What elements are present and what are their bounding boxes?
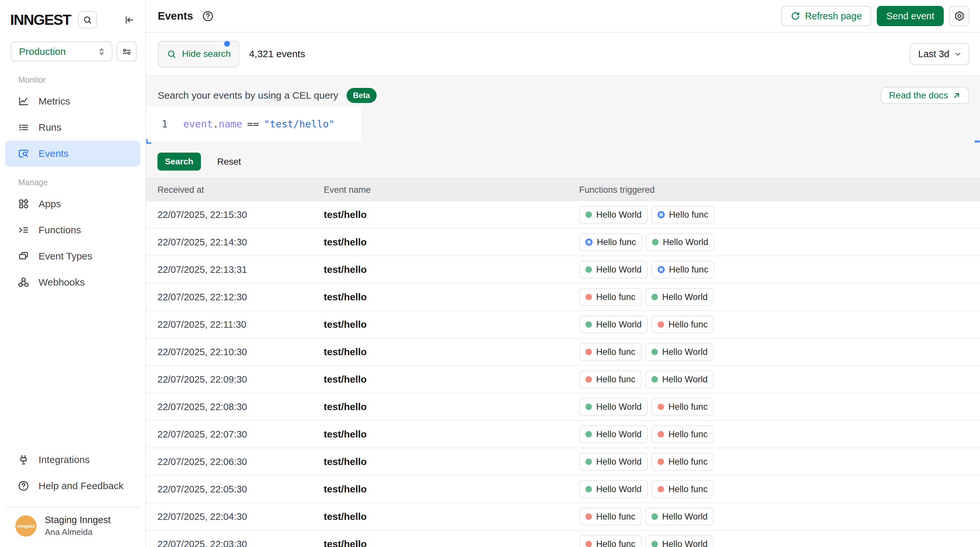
environment-filter-button[interactable]	[117, 41, 137, 61]
row-received-at: 22/07/2025, 22:09:30	[146, 374, 324, 385]
function-badge[interactable]: Hello func	[651, 480, 714, 498]
nav-section-manage: Manage	[5, 174, 140, 191]
page-help-button[interactable]	[202, 10, 214, 22]
time-range-select[interactable]: Last 3d	[910, 43, 969, 65]
sidebar-item-webhooks[interactable]: Webhooks	[5, 269, 140, 295]
sidebar-item-apps[interactable]: Apps	[5, 191, 140, 217]
editor-resize-handle-right[interactable]	[975, 140, 980, 142]
failed-status-dot-icon	[657, 486, 664, 493]
function-badge[interactable]: Hello func	[579, 535, 641, 547]
function-badge-label: Hello func	[669, 210, 708, 220]
table-row[interactable]: 22/07/2025, 22:09:30test/helloHello func…	[146, 366, 980, 394]
app-root: INNGEST Production	[0, 0, 980, 547]
reset-button[interactable]: Reset	[217, 156, 241, 167]
table-row[interactable]: 22/07/2025, 22:08:30test/helloHello Worl…	[146, 394, 980, 421]
function-badge[interactable]: Hello World	[579, 426, 648, 443]
function-badge[interactable]: Hello func	[651, 453, 714, 470]
sidebar-item-label: Event Types	[38, 250, 92, 262]
row-received-at: 22/07/2025, 22:13:31	[146, 264, 324, 275]
sidebar-item-event-types[interactable]: Event Types	[5, 243, 140, 269]
row-event-name: test/hello	[324, 401, 575, 412]
settings-button[interactable]	[949, 6, 969, 26]
function-badge[interactable]: Hello func	[651, 261, 714, 278]
function-badge[interactable]: Hello func	[579, 233, 642, 251]
function-badge[interactable]: Hello World	[645, 370, 714, 388]
topbar: Events Refresh page Send event	[146, 0, 980, 33]
table-row[interactable]: 22/07/2025, 22:13:31test/helloHello Worl…	[146, 256, 980, 284]
function-badge[interactable]: Hello World	[646, 233, 714, 251]
function-badge[interactable]: Hello World	[579, 480, 648, 498]
function-badge[interactable]: Hello World	[645, 508, 714, 525]
table-row[interactable]: 22/07/2025, 22:10:30test/helloHello func…	[146, 338, 980, 366]
function-badge-label: Hello World	[662, 375, 708, 384]
row-received-at: 22/07/2025, 22:06:30	[146, 456, 324, 467]
sidebar-item-metrics[interactable]: Metrics	[5, 88, 140, 114]
table-row[interactable]: 22/07/2025, 22:11:30test/helloHello Worl…	[146, 311, 980, 338]
function-badge[interactable]: Hello func	[651, 206, 714, 223]
completed-status-dot-icon	[585, 211, 592, 218]
sidebar-item-functions[interactable]: Functions	[5, 217, 140, 243]
toggle-search-button[interactable]: Hide search	[158, 41, 239, 67]
function-badge[interactable]: Hello World	[579, 453, 648, 470]
function-badge[interactable]: Hello World	[579, 398, 648, 416]
chevrons-up-down-icon	[97, 47, 107, 57]
refresh-page-label: Refresh page	[805, 11, 862, 22]
row-functions: Hello WorldHello func	[575, 480, 980, 498]
sidebar-item-events[interactable]: Events	[5, 140, 140, 167]
function-badge[interactable]: Hello func	[651, 398, 714, 416]
table-row[interactable]: 22/07/2025, 22:04:30test/helloHello func…	[146, 503, 980, 531]
cel-panel-header: Search your events by using a CEL query …	[146, 76, 980, 104]
function-badge[interactable]: Hello func	[579, 370, 641, 388]
failed-status-dot-icon	[585, 376, 592, 383]
sidebar-item-runs[interactable]: Runs	[5, 114, 140, 140]
row-event-name: test/hello	[324, 456, 575, 467]
function-badge-label: Hello func	[668, 402, 708, 412]
table-row[interactable]: 22/07/2025, 22:07:30test/helloHello Worl…	[146, 421, 980, 448]
integrations-icon	[18, 454, 29, 466]
function-badge[interactable]: Hello func	[579, 288, 641, 306]
function-badge[interactable]: Hello func	[579, 508, 641, 525]
sidebar-search-button[interactable]	[78, 11, 97, 29]
table-row[interactable]: 22/07/2025, 22:14:30test/helloHello func…	[146, 229, 980, 256]
read-docs-label: Read the docs	[889, 90, 948, 100]
row-event-name: test/hello	[324, 236, 575, 248]
table-row[interactable]: 22/07/2025, 22:06:30test/helloHello Worl…	[146, 448, 980, 476]
table-row[interactable]: 22/07/2025, 22:05:30test/helloHello Worl…	[146, 476, 980, 503]
function-badge[interactable]: Hello World	[645, 288, 714, 306]
refresh-page-button[interactable]: Refresh page	[781, 6, 871, 26]
sidebar-item-integrations[interactable]: Integrations	[5, 447, 140, 473]
function-badge-label: Hello World	[596, 429, 641, 440]
user-profile[interactable]: inngest Staging Inngest Ana Almeida	[5, 507, 140, 547]
function-badge-label: Hello World	[596, 265, 641, 275]
completed-status-dot-icon	[585, 266, 592, 273]
function-badge[interactable]: Hello func	[651, 426, 714, 443]
read-docs-button[interactable]: Read the docs	[881, 87, 969, 104]
editor-resize-handle-left[interactable]	[146, 139, 151, 144]
external-link-icon	[952, 91, 961, 100]
sidebar-item-help-and-feedback[interactable]: Help and Feedback	[5, 473, 140, 499]
function-badge[interactable]: Hello World	[645, 535, 714, 547]
completed-status-dot-icon	[585, 431, 592, 437]
table-row[interactable]: 22/07/2025, 22:12:30test/helloHello func…	[146, 284, 980, 311]
collapse-sidebar-button[interactable]	[122, 11, 136, 29]
failed-status-dot-icon	[585, 541, 592, 547]
send-event-button[interactable]: Send event	[877, 6, 944, 26]
function-badge[interactable]: Hello func	[651, 316, 714, 333]
function-badge[interactable]: Hello World	[645, 343, 714, 361]
code-token: event	[183, 118, 213, 130]
search-submit-button[interactable]: Search	[158, 153, 201, 171]
function-badge[interactable]: Hello World	[579, 206, 648, 223]
cel-query-editor[interactable]: 1 event.name=="test/hello"	[146, 107, 361, 141]
sidebar-item-label: Apps	[38, 198, 61, 209]
environment-select-value: Production	[19, 46, 66, 57]
table-row[interactable]: 22/07/2025, 22:03:30test/helloHello func…	[146, 531, 980, 547]
table-row[interactable]: 22/07/2025, 22:15:30test/helloHello Worl…	[146, 201, 980, 229]
function-badge[interactable]: Hello World	[579, 316, 648, 333]
failed-status-dot-icon	[585, 294, 592, 300]
environment-select[interactable]: Production	[11, 41, 112, 61]
function-badge-label: Hello World	[662, 292, 708, 302]
function-badge[interactable]: Hello World	[579, 261, 648, 278]
function-badge[interactable]: Hello func	[579, 343, 641, 361]
code-token: .	[213, 118, 218, 130]
sidebar-header: INNGEST	[0, 0, 145, 29]
